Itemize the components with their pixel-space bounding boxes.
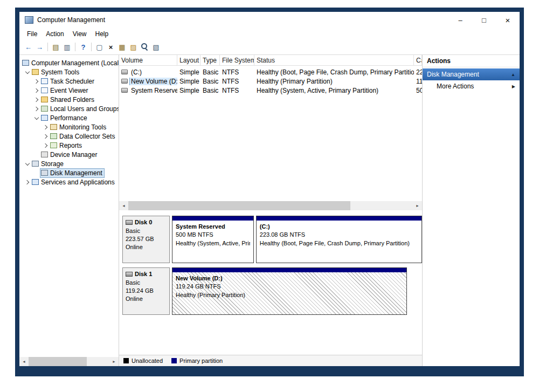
- services-and-applications-icon: [32, 179, 39, 185]
- maximize-button[interactable]: □: [472, 12, 496, 28]
- volume-icon: [121, 70, 128, 74]
- expand-arrow-icon[interactable]: [42, 126, 50, 129]
- disk-size-label: 119.24 GB: [126, 287, 167, 295]
- expand-arrow-icon[interactable]: [33, 107, 40, 111]
- more-actions-expand-icon[interactable]: ▶: [512, 84, 515, 89]
- partition-title: New Volume (D:): [176, 274, 403, 283]
- volume-scrollbar-thumb[interactable]: [128, 201, 350, 210]
- tree-item-task-scheduler[interactable]: Task Scheduler: [19, 77, 119, 86]
- find-icon[interactable]: [139, 42, 150, 52]
- column-header-layout[interactable]: Layout: [177, 55, 201, 65]
- minimize-button[interactable]: –: [448, 12, 472, 28]
- menu-action[interactable]: Action: [42, 29, 68, 39]
- volume-row-system-reserved[interactable]: System ReservedSimpleBasicNTFSHealthy (S…: [119, 86, 422, 95]
- views-icon[interactable]: ▧: [150, 42, 162, 52]
- volume-row-c[interactable]: (C:)SimpleBasicNTFSHealthy (Boot, Page F…: [119, 67, 422, 77]
- partition-new-volume-d[interactable]: New Volume (D:)119.24 GB NTFSHealthy (Pr…: [172, 267, 407, 315]
- capacity-cell: 223.08 GB: [414, 68, 422, 76]
- menu-file[interactable]: File: [23, 29, 42, 39]
- column-header-type[interactable]: Type: [201, 55, 220, 65]
- layout-cell: Simple: [177, 78, 201, 85]
- more-actions-item[interactable]: More Actions ▶: [423, 80, 520, 92]
- tree-scrollbar-track[interactable]: [29, 357, 109, 366]
- tree-scroll-right-icon[interactable]: ►: [109, 357, 119, 366]
- console-tree-panel: Computer Management (Local)System ToolsT…: [19, 55, 119, 366]
- volume-icon: [121, 79, 128, 84]
- export-list-icon[interactable]: ▤: [50, 42, 61, 52]
- tree-item-reports[interactable]: Reports: [19, 141, 119, 150]
- disk-management-icon: [41, 170, 48, 176]
- volume-scroll-left-icon[interactable]: ◄: [119, 201, 128, 210]
- tree-item-performance[interactable]: Performance: [19, 113, 119, 122]
- disk-row-disk-1: Disk 1Basic119.24 GBOnlineNew Volume (D:…: [122, 267, 422, 315]
- tree-item-shared-folders[interactable]: Shared Folders: [19, 95, 119, 104]
- volume-row-new-volume-d[interactable]: New Volume (D:)SimpleBasicNTFSHealthy (P…: [119, 77, 422, 86]
- tree-item-computer-management-local[interactable]: Computer Management (Local): [19, 58, 119, 67]
- partition-c[interactable]: (C:)223.08 GB NTFSHealthy (Boot, Page Fi…: [256, 216, 422, 263]
- expand-arrow-icon[interactable]: [33, 80, 40, 83]
- expand-arrow-icon[interactable]: [33, 89, 40, 92]
- partition-status: Healthy (System, Active, Primary Partiti…: [176, 239, 250, 247]
- collapse-arrow-icon[interactable]: [24, 163, 31, 165]
- volume-scroll-right-icon[interactable]: ►: [413, 201, 422, 210]
- delete-icon[interactable]: ×: [105, 42, 116, 52]
- section-collapse-icon[interactable]: ▲: [511, 72, 515, 77]
- open-folder-icon[interactable]: ▨: [128, 42, 139, 52]
- volume-scrollbar-track[interactable]: [128, 201, 413, 210]
- volume-cell: New Volume (D:): [119, 78, 177, 85]
- properties-icon[interactable]: ▦: [116, 42, 128, 52]
- close-button[interactable]: ×: [496, 12, 520, 28]
- column-header-status[interactable]: Status: [254, 55, 414, 65]
- back-icon[interactable]: ←: [23, 42, 34, 52]
- disk-info-disk-1[interactable]: Disk 1Basic119.24 GBOnline: [122, 267, 170, 315]
- task-scheduler-icon: [41, 78, 48, 84]
- expand-arrow-icon[interactable]: [42, 144, 50, 147]
- tree-item-monitoring-tools[interactable]: Monitoring Tools: [19, 122, 119, 132]
- tree-horizontal-scrollbar[interactable]: ◄ ►: [19, 357, 119, 366]
- tree-item-event-viewer[interactable]: Event Viewer: [19, 86, 119, 95]
- collapse-arrow-icon[interactable]: [33, 117, 40, 119]
- status-cell: Healthy (Primary Partition): [254, 78, 414, 85]
- show-console-tree-icon[interactable]: ▥: [61, 42, 73, 52]
- tree-scroll-left-icon[interactable]: ◄: [19, 357, 29, 366]
- disk-icon: [126, 272, 133, 277]
- tree-scrollbar-thumb[interactable]: [29, 357, 87, 366]
- tree-item-services-and-applications[interactable]: Services and Applications: [19, 177, 119, 187]
- column-header-volume[interactable]: Volume: [119, 55, 177, 65]
- menu-help[interactable]: Help: [91, 29, 113, 39]
- forward-icon[interactable]: →: [34, 42, 45, 52]
- menu-view[interactable]: View: [68, 29, 91, 39]
- expand-arrow-icon[interactable]: [42, 135, 50, 138]
- tree-item-disk-management[interactable]: Disk Management: [19, 168, 119, 177]
- tree-item-local-users-and-groups[interactable]: Local Users and Groups: [19, 104, 119, 113]
- legend-label: Unallocated: [132, 357, 163, 364]
- column-header-file-system[interactable]: File System: [220, 55, 254, 65]
- collapse-arrow-icon[interactable]: [24, 71, 31, 73]
- type-cell: Basic: [201, 87, 220, 94]
- storage-icon: [32, 161, 39, 167]
- volume-list-horizontal-scrollbar[interactable]: ◄ ►: [119, 201, 422, 210]
- tree-item-data-collector-sets[interactable]: Data Collector Sets: [19, 132, 119, 141]
- volume-name: New Volume (D:): [130, 78, 177, 85]
- expand-arrow-icon[interactable]: [24, 181, 31, 184]
- partition-title: (C:): [260, 223, 418, 231]
- tree-item-storage[interactable]: Storage: [19, 159, 119, 168]
- new-window-icon[interactable]: ▢: [94, 42, 105, 52]
- toolbar-separator: [91, 43, 92, 51]
- disk-info-disk-0[interactable]: Disk 0Basic223.57 GBOnline: [122, 216, 170, 263]
- action-section-disk-management[interactable]: Disk Management ▲: [423, 68, 520, 80]
- volume-list-header: VolumeLayoutTypeFile SystemStatusCa: [119, 55, 422, 66]
- titlebar[interactable]: Computer Management – □ ×: [19, 12, 520, 28]
- more-actions-label: More Actions: [437, 82, 474, 90]
- toolbar-separator: [75, 43, 75, 51]
- unallocated-swatch-icon: [123, 358, 129, 363]
- disk-name-label: Disk 1: [135, 270, 152, 278]
- column-header-ca[interactable]: Ca: [414, 55, 422, 65]
- tree-item-label: Local Users and Groups: [50, 105, 119, 113]
- partition-system-reserved[interactable]: System Reserved500 MB NTFSHealthy (Syste…: [172, 216, 254, 263]
- disk-status-label: Online: [126, 243, 167, 251]
- tree-item-system-tools[interactable]: System Tools: [19, 67, 119, 77]
- tree-item-device-manager[interactable]: Device Manager: [19, 150, 119, 159]
- help-icon[interactable]: ?: [78, 42, 89, 52]
- expand-arrow-icon[interactable]: [33, 98, 40, 101]
